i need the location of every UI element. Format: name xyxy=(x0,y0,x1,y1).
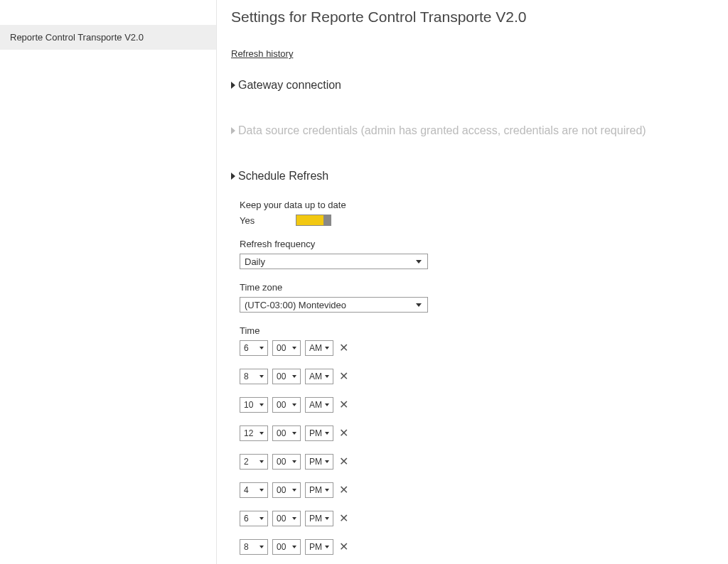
remove-time-icon[interactable]: ✕ xyxy=(339,484,348,496)
chevron-down-icon xyxy=(325,375,329,378)
chevron-down-icon xyxy=(292,403,296,406)
section-header-schedule[interactable]: Schedule Refresh xyxy=(231,170,714,183)
main-content: Settings for Reporte Control Transporte … xyxy=(217,0,728,564)
hour-select[interactable]: 6 xyxy=(240,340,268,356)
minute-select[interactable]: 00 xyxy=(272,454,301,470)
section-header-gateway[interactable]: Gateway connection xyxy=(231,79,714,92)
chevron-down-icon xyxy=(416,303,422,307)
chevron-down-icon xyxy=(259,517,264,520)
timezone-value: (UTC-03:00) Montevideo xyxy=(245,300,346,310)
chevron-down-icon xyxy=(259,489,264,492)
chevron-down-icon xyxy=(292,432,296,435)
section-title-schedule: Schedule Refresh xyxy=(238,170,328,183)
timezone-label: Time zone xyxy=(240,282,714,293)
time-row: 1200PM✕ xyxy=(240,425,714,441)
sidebar-item-label: Reporte Control Transporte V2.0 xyxy=(10,32,144,43)
section-title-credentials: Data source credentials (admin has grant… xyxy=(238,124,646,137)
ampm-value: PM xyxy=(309,457,322,467)
hour-select[interactable]: 10 xyxy=(240,397,268,413)
timezone-select[interactable]: (UTC-03:00) Montevideo xyxy=(240,297,428,313)
caret-right-icon xyxy=(231,82,235,89)
chevron-down-icon xyxy=(325,460,329,463)
hour-select[interactable]: 4 xyxy=(240,482,268,498)
sidebar-item-dataset[interactable]: Reporte Control Transporte V2.0 xyxy=(0,25,216,50)
hour-value: 12 xyxy=(244,428,253,438)
hour-value: 8 xyxy=(244,372,249,381)
ampm-select[interactable]: PM xyxy=(305,425,333,441)
hour-select[interactable]: 2 xyxy=(240,454,268,470)
ampm-select[interactable]: AM xyxy=(305,369,333,384)
ampm-select[interactable]: AM xyxy=(305,397,333,413)
hour-select[interactable]: 6 xyxy=(240,511,268,526)
chevron-down-icon xyxy=(292,517,296,520)
ampm-value: AM xyxy=(309,372,322,381)
time-row: 1000AM✕ xyxy=(240,397,714,413)
minute-select[interactable]: 00 xyxy=(272,397,301,413)
chevron-down-icon xyxy=(416,260,422,264)
minute-select[interactable]: 00 xyxy=(272,511,301,526)
page-title: Settings for Reporte Control Transporte … xyxy=(231,9,714,26)
section-title-gateway: Gateway connection xyxy=(238,79,341,92)
time-label: Time xyxy=(240,325,714,336)
time-rows-container: 600AM✕800AM✕1000AM✕1200PM✕200PM✕400PM✕60… xyxy=(240,340,714,555)
frequency-value: Daily xyxy=(245,256,265,267)
ampm-value: PM xyxy=(309,485,322,495)
minute-value: 00 xyxy=(277,485,286,495)
refresh-history-link[interactable]: Refresh history xyxy=(231,48,293,59)
hour-select[interactable]: 12 xyxy=(240,425,268,441)
frequency-select[interactable]: Daily xyxy=(240,254,428,269)
chevron-down-icon xyxy=(259,347,264,349)
chevron-down-icon xyxy=(259,403,264,406)
minute-value: 00 xyxy=(277,372,286,381)
chevron-down-icon xyxy=(325,546,329,548)
ampm-value: PM xyxy=(309,428,322,438)
remove-time-icon[interactable]: ✕ xyxy=(339,342,348,354)
minute-value: 00 xyxy=(277,400,286,410)
minute-select[interactable]: 00 xyxy=(272,539,301,555)
chevron-down-icon xyxy=(325,347,329,349)
schedule-refresh-body: Keep your data up to date Yes Refresh fr… xyxy=(240,200,714,564)
time-row: 800AM✕ xyxy=(240,369,714,384)
remove-time-icon[interactable]: ✕ xyxy=(339,371,348,382)
chevron-down-icon xyxy=(325,432,329,435)
ampm-select[interactable]: PM xyxy=(305,454,333,470)
ampm-select[interactable]: PM xyxy=(305,511,333,526)
keep-updated-toggle[interactable] xyxy=(296,215,331,226)
minute-value: 00 xyxy=(277,542,286,552)
hour-value: 8 xyxy=(244,542,249,552)
hour-select[interactable]: 8 xyxy=(240,369,268,384)
ampm-value: AM xyxy=(309,400,322,410)
remove-time-icon[interactable]: ✕ xyxy=(339,541,348,553)
chevron-down-icon xyxy=(325,517,329,520)
ampm-value: PM xyxy=(309,514,322,524)
chevron-down-icon xyxy=(259,432,264,435)
ampm-select[interactable]: PM xyxy=(305,482,333,498)
hour-select[interactable]: 8 xyxy=(240,539,268,555)
ampm-select[interactable]: PM xyxy=(305,539,333,555)
minute-select[interactable]: 00 xyxy=(272,482,301,498)
minute-value: 00 xyxy=(277,514,286,524)
minute-select[interactable]: 00 xyxy=(272,369,301,384)
caret-right-icon xyxy=(231,173,235,180)
remove-time-icon[interactable]: ✕ xyxy=(339,399,348,411)
time-row: 400PM✕ xyxy=(240,482,714,498)
hour-value: 4 xyxy=(244,485,249,495)
ampm-select[interactable]: AM xyxy=(305,340,333,356)
minute-select[interactable]: 00 xyxy=(272,425,301,441)
section-header-credentials[interactable]: Data source credentials (admin has grant… xyxy=(231,124,714,137)
time-row: 800PM✕ xyxy=(240,539,714,555)
remove-time-icon[interactable]: ✕ xyxy=(339,456,348,467)
chevron-down-icon xyxy=(325,403,329,406)
chevron-down-icon xyxy=(292,489,296,492)
minute-value: 00 xyxy=(277,457,286,467)
chevron-down-icon xyxy=(325,489,329,492)
hour-value: 6 xyxy=(244,514,249,524)
remove-time-icon[interactable]: ✕ xyxy=(339,428,348,439)
chevron-down-icon xyxy=(292,460,296,463)
hour-value: 10 xyxy=(244,400,253,410)
chevron-down-icon xyxy=(292,546,296,548)
sidebar: Reporte Control Transporte V2.0 xyxy=(0,0,217,564)
remove-time-icon[interactable]: ✕ xyxy=(339,513,348,524)
minute-select[interactable]: 00 xyxy=(272,340,301,356)
chevron-down-icon xyxy=(259,546,264,548)
